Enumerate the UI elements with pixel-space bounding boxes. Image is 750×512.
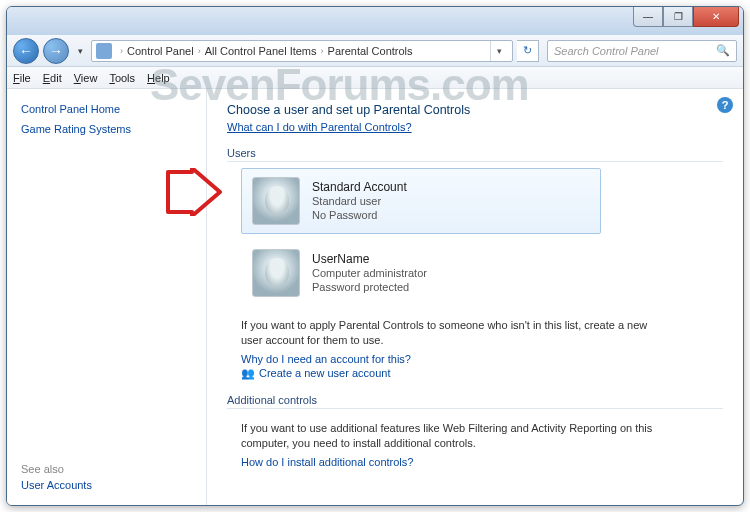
- minimize-button[interactable]: —: [633, 7, 663, 27]
- menu-edit[interactable]: Edit: [43, 72, 62, 84]
- link-create-account[interactable]: Create a new user account: [241, 367, 723, 380]
- menu-bar: File Edit View Tools Help: [7, 67, 743, 89]
- menu-file[interactable]: File: [13, 72, 31, 84]
- nav-history-dropdown[interactable]: ▾: [73, 41, 87, 61]
- back-button[interactable]: ←: [13, 38, 39, 64]
- avatar-icon: [252, 249, 300, 297]
- maximize-button[interactable]: ❐: [663, 7, 693, 27]
- user-info: UserName Computer administrator Password…: [312, 252, 427, 295]
- help-icon[interactable]: ?: [717, 97, 733, 113]
- user-password-status: Password protected: [312, 280, 427, 294]
- note-additional: If you want to use additional features l…: [241, 421, 661, 452]
- search-placeholder: Search Control Panel: [554, 45, 659, 57]
- user-role: Computer administrator: [312, 266, 427, 280]
- window-frame: — ❐ ✕ ← → ▾ › Control Panel › All Contro…: [6, 6, 744, 506]
- user-role: Standard user: [312, 194, 407, 208]
- menu-view[interactable]: View: [74, 72, 98, 84]
- breadcrumb[interactable]: Parental Controls: [328, 45, 413, 57]
- breadcrumb[interactable]: All Control Panel Items: [205, 45, 317, 57]
- window-controls: — ❐ ✕: [633, 7, 739, 27]
- address-dropdown-icon[interactable]: ▾: [490, 41, 508, 61]
- menu-tools[interactable]: Tools: [109, 72, 135, 84]
- close-button[interactable]: ✕: [693, 7, 739, 27]
- user-name: Standard Account: [312, 180, 407, 194]
- user-card-admin[interactable]: UserName Computer administrator Password…: [241, 240, 601, 306]
- window-body: Control Panel Home Game Rating Systems S…: [7, 89, 743, 505]
- user-info: Standard Account Standard user No Passwo…: [312, 180, 407, 223]
- see-also-label: See also: [21, 463, 192, 475]
- chevron-right-icon: ›: [321, 46, 324, 56]
- user-password-status: No Password: [312, 208, 407, 222]
- chevron-right-icon: ›: [198, 46, 201, 56]
- address-bar[interactable]: › Control Panel › All Control Panel Item…: [91, 40, 513, 62]
- link-what-can-i-do[interactable]: What can I do with Parental Controls?: [227, 121, 412, 133]
- sidebar-link-rating[interactable]: Game Rating Systems: [21, 123, 192, 135]
- content-pane: ? Choose a user and set up Parental Cont…: [207, 89, 743, 505]
- section-users-label: Users: [227, 147, 723, 162]
- section-additional-label: Additional controls: [227, 394, 723, 409]
- note-create-account: If you want to apply Parental Controls t…: [241, 318, 661, 349]
- search-input[interactable]: Search Control Panel 🔍: [547, 40, 737, 62]
- nav-toolbar: ← → ▾ › Control Panel › All Control Pane…: [7, 35, 743, 67]
- refresh-button[interactable]: ↻: [517, 40, 539, 62]
- link-how-install[interactable]: How do I install additional controls?: [241, 456, 723, 468]
- page-title: Choose a user and set up Parental Contro…: [227, 103, 723, 117]
- search-icon: 🔍: [716, 44, 730, 57]
- titlebar: — ❐ ✕: [7, 7, 743, 35]
- sidebar-link-user-accounts[interactable]: User Accounts: [21, 479, 192, 491]
- user-card-standard[interactable]: Standard Account Standard user No Passwo…: [241, 168, 601, 234]
- control-panel-icon: [96, 43, 112, 59]
- red-arrow-annotation: [164, 168, 224, 216]
- user-name: UserName: [312, 252, 427, 266]
- sidebar-link-home[interactable]: Control Panel Home: [21, 103, 192, 115]
- forward-button[interactable]: →: [43, 38, 69, 64]
- breadcrumb[interactable]: Control Panel: [127, 45, 194, 57]
- menu-help[interactable]: Help: [147, 72, 170, 84]
- link-why-account[interactable]: Why do I need an account for this?: [241, 353, 723, 365]
- chevron-right-icon: ›: [120, 46, 123, 56]
- avatar-icon: [252, 177, 300, 225]
- sidebar: Control Panel Home Game Rating Systems S…: [7, 89, 207, 505]
